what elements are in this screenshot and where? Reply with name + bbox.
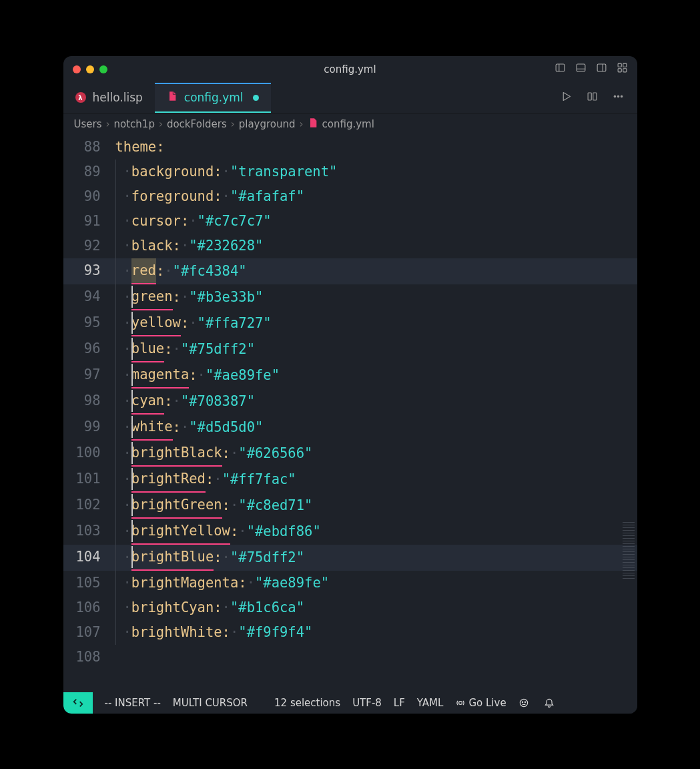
svg-point-14 [617, 95, 619, 97]
breadcrumb-segment[interactable]: Users [74, 118, 102, 130]
go-live-button[interactable]: Go Live [455, 697, 506, 709]
line-content[interactable]: ·brightBlue:·"#75dff2" [115, 545, 305, 571]
line-content[interactable]: ·background:·"transparent" [115, 160, 338, 184]
code-line[interactable]: 103·brightYellow:·"#ebdf86" [63, 519, 637, 545]
line-number: 98 [63, 389, 115, 415]
language-mode[interactable]: YAML [417, 697, 444, 709]
run-icon[interactable] [561, 91, 572, 105]
line-content[interactable]: theme: [115, 135, 165, 160]
breadcrumb[interactable]: Users › notch1p › dockFolders › playgrou… [63, 113, 637, 135]
tab-config-yml[interactable]: config.yml [155, 83, 271, 113]
line-content[interactable]: ·foreground:·"#afafaf" [115, 184, 305, 209]
line-number: 88 [63, 135, 115, 160]
svg-point-16 [459, 702, 462, 705]
line-content[interactable]: ·brightWhite:·"#f9f9f4" [115, 620, 313, 645]
line-content[interactable]: ·cursor:·"#c7c7c7" [115, 209, 272, 234]
eol-status[interactable]: LF [394, 697, 405, 709]
line-content[interactable]: ·cyan:·"#708387" [115, 389, 256, 415]
line-number: 108 [63, 645, 115, 670]
code-line[interactable]: 95·yellow:·"#ffa727" [63, 310, 637, 336]
code-line[interactable]: 101·brightRed:·"#ff7fac" [63, 467, 637, 493]
code-line[interactable]: 90·foreground:·"#afafaf" [63, 184, 637, 209]
breadcrumb-file[interactable]: config.yml [322, 118, 374, 130]
code-line[interactable]: 93·red:·"#fc4384" [63, 258, 637, 284]
line-content[interactable]: ·brightBlack:·"#626566" [115, 441, 313, 467]
split-editor-icon[interactable] [587, 91, 598, 105]
line-number: 91 [63, 209, 115, 234]
code-line[interactable]: 89·background:·"transparent" [63, 160, 637, 184]
line-content[interactable]: ·white:·"#d5d5d0" [115, 415, 264, 441]
code-line[interactable]: 97·magenta:·"#ae89fe" [63, 362, 637, 389]
tab-hello-lisp[interactable]: λ hello.lisp [63, 83, 155, 113]
toggle-secondary-sidebar-icon[interactable] [596, 62, 607, 76]
notifications-icon[interactable] [544, 697, 557, 709]
line-content[interactable]: ·brightGreen:·"#c8ed71" [115, 493, 313, 519]
more-actions-icon[interactable] [613, 91, 624, 105]
line-number: 106 [63, 595, 115, 620]
chevron-right-icon: › [300, 118, 304, 130]
code-line[interactable]: 100·brightBlack:·"#626566" [63, 441, 637, 467]
svg-rect-12 [593, 92, 596, 99]
svg-rect-11 [588, 92, 591, 99]
line-number: 107 [63, 620, 115, 645]
breadcrumb-segment[interactable]: notch1p [114, 118, 155, 130]
close-button[interactable] [73, 65, 81, 73]
line-content[interactable]: ·black:·"#232628" [115, 234, 264, 258]
line-content[interactable]: ·brightMagenta:·"#ae89fe" [115, 571, 330, 595]
minimap[interactable] [623, 522, 635, 579]
window-controls [73, 65, 107, 73]
code-line[interactable]: 107·brightWhite:·"#f9f9f4" [63, 620, 637, 645]
layout-grid-icon[interactable] [617, 62, 628, 76]
status-bar: -- INSERT -- MULTI CURSOR 12 selections … [63, 692, 637, 714]
line-number: 100 [63, 441, 115, 467]
multi-cursor-status: MULTI CURSOR [173, 697, 248, 709]
line-content[interactable]: ·yellow:·"#ffa727" [115, 310, 272, 336]
code-line[interactable]: 99·white:·"#d5d5d0" [63, 415, 637, 441]
line-content[interactable]: ·green:·"#b3e33b" [115, 284, 264, 310]
code-line[interactable]: 96·blue:·"#75dff2" [63, 336, 637, 362]
line-content[interactable]: ·magenta:·"#ae89fe" [115, 362, 280, 389]
chevron-right-icon: › [106, 118, 110, 130]
svg-point-15 [621, 95, 622, 97]
toggle-panel-icon[interactable] [575, 62, 587, 76]
selections-status[interactable]: 12 selections [274, 697, 340, 709]
code-line[interactable]: 108 [63, 645, 637, 670]
code-line[interactable]: 104·brightBlue:·"#75dff2" [63, 545, 637, 571]
line-number: 93 [63, 258, 115, 284]
code-line[interactable]: 105·brightMagenta:·"#ae89fe" [63, 571, 637, 595]
tab-label: config.yml [184, 91, 244, 104]
feedback-icon[interactable] [518, 697, 532, 709]
line-number: 101 [63, 467, 115, 493]
line-content[interactable]: ·red:·"#fc4384" [115, 258, 247, 284]
toggle-primary-sidebar-icon[interactable] [555, 62, 566, 76]
svg-point-19 [524, 702, 525, 702]
line-content[interactable]: ·brightYellow:·"#ebdf86" [115, 519, 321, 545]
line-content[interactable]: ·brightCyan:·"#b1c6ca" [115, 595, 305, 620]
svg-rect-8 [618, 69, 621, 72]
line-content[interactable]: ·brightRed:·"#ff7fac" [115, 467, 296, 493]
code-line[interactable]: 98·cyan:·"#708387" [63, 389, 637, 415]
chevron-right-icon: › [159, 118, 163, 130]
line-content[interactable]: ·blue:·"#75dff2" [115, 336, 256, 362]
line-number: 103 [63, 519, 115, 545]
line-number: 102 [63, 493, 115, 519]
svg-rect-6 [618, 63, 621, 67]
line-number: 97 [63, 362, 115, 389]
encoding-status[interactable]: UTF-8 [352, 697, 382, 709]
code-line[interactable]: 88theme: [63, 135, 637, 160]
code-line[interactable]: 106·brightCyan:·"#b1c6ca" [63, 595, 637, 620]
line-number: 96 [63, 336, 115, 362]
breadcrumb-segment[interactable]: dockFolders [167, 118, 227, 130]
zoom-button[interactable] [99, 65, 107, 73]
breadcrumb-segment[interactable]: playground [239, 118, 296, 130]
code-line[interactable]: 102·brightGreen:·"#c8ed71" [63, 493, 637, 519]
code-editor[interactable]: 88theme:89·background:·"transparent"90·f… [63, 135, 637, 692]
code-line[interactable]: 91·cursor:·"#c7c7c7" [63, 209, 637, 234]
minimize-button[interactable] [86, 65, 94, 73]
editor-window: config.yml λ hello.lisp config.yml User [63, 56, 637, 714]
remote-button[interactable] [63, 692, 93, 714]
code-line[interactable]: 92·black:·"#232628" [63, 234, 637, 258]
line-number: 92 [63, 234, 115, 258]
svg-rect-4 [597, 64, 606, 71]
code-line[interactable]: 94·green:·"#b3e33b" [63, 284, 637, 310]
